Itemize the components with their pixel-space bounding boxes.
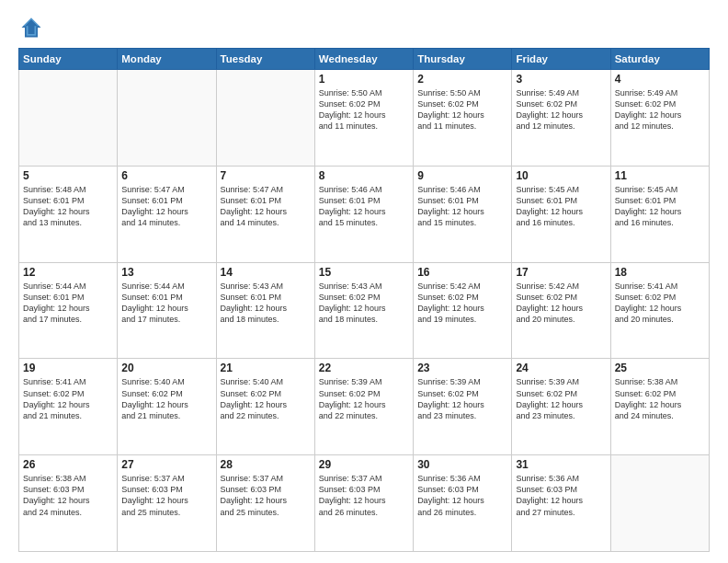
day-number: 12 bbox=[23, 266, 113, 279]
calendar-cell: 22Sunrise: 5:39 AM Sunset: 6:02 PM Dayli… bbox=[314, 359, 413, 455]
cell-sun-info: Sunrise: 5:49 AM Sunset: 6:02 PM Dayligh… bbox=[516, 87, 606, 132]
day-number: 1 bbox=[319, 73, 409, 86]
cell-sun-info: Sunrise: 5:36 AM Sunset: 6:03 PM Dayligh… bbox=[516, 473, 606, 518]
calendar-cell: 9Sunrise: 5:46 AM Sunset: 6:01 PM Daylig… bbox=[414, 166, 512, 262]
calendar-cell: 23Sunrise: 5:39 AM Sunset: 6:02 PM Dayli… bbox=[414, 359, 512, 455]
calendar-week-row: 26Sunrise: 5:38 AM Sunset: 6:03 PM Dayli… bbox=[19, 455, 710, 552]
day-number: 16 bbox=[417, 266, 507, 279]
calendar-cell: 16Sunrise: 5:42 AM Sunset: 6:02 PM Dayli… bbox=[414, 262, 512, 359]
day-number: 24 bbox=[516, 362, 606, 374]
calendar-cell: 7Sunrise: 5:47 AM Sunset: 6:01 PM Daylig… bbox=[216, 166, 314, 262]
day-number: 17 bbox=[516, 266, 606, 279]
weekday-header: Sunday bbox=[19, 49, 118, 70]
day-number: 27 bbox=[121, 458, 211, 471]
day-number: 13 bbox=[121, 266, 211, 279]
calendar-cell: 24Sunrise: 5:39 AM Sunset: 6:02 PM Dayli… bbox=[512, 359, 610, 455]
cell-sun-info: Sunrise: 5:47 AM Sunset: 6:01 PM Dayligh… bbox=[121, 184, 211, 229]
cell-sun-info: Sunrise: 5:44 AM Sunset: 6:01 PM Dayligh… bbox=[121, 281, 211, 326]
calendar-header-row: SundayMondayTuesdayWednesdayThursdayFrid… bbox=[19, 49, 710, 70]
cell-sun-info: Sunrise: 5:45 AM Sunset: 6:01 PM Dayligh… bbox=[516, 184, 606, 229]
day-number: 14 bbox=[221, 266, 311, 279]
cell-sun-info: Sunrise: 5:50 AM Sunset: 6:02 PM Dayligh… bbox=[319, 87, 409, 132]
cell-sun-info: Sunrise: 5:39 AM Sunset: 6:02 PM Dayligh… bbox=[417, 376, 507, 421]
day-number: 25 bbox=[615, 362, 705, 374]
calendar-cell: 21Sunrise: 5:40 AM Sunset: 6:02 PM Dayli… bbox=[216, 359, 314, 455]
calendar-cell: 3Sunrise: 5:49 AM Sunset: 6:02 PM Daylig… bbox=[512, 70, 610, 167]
weekday-header: Friday bbox=[512, 49, 610, 70]
day-number: 29 bbox=[319, 458, 409, 471]
calendar-cell: 6Sunrise: 5:47 AM Sunset: 6:01 PM Daylig… bbox=[118, 166, 216, 262]
calendar-cell bbox=[216, 70, 314, 167]
weekday-header: Wednesday bbox=[314, 49, 413, 70]
day-number: 18 bbox=[615, 266, 705, 279]
day-number: 5 bbox=[23, 169, 113, 182]
cell-sun-info: Sunrise: 5:39 AM Sunset: 6:02 PM Dayligh… bbox=[516, 376, 606, 421]
calendar-cell: 15Sunrise: 5:43 AM Sunset: 6:02 PM Dayli… bbox=[314, 262, 413, 359]
calendar-cell: 31Sunrise: 5:36 AM Sunset: 6:03 PM Dayli… bbox=[512, 455, 610, 552]
cell-sun-info: Sunrise: 5:48 AM Sunset: 6:01 PM Dayligh… bbox=[23, 184, 113, 229]
day-number: 19 bbox=[23, 362, 113, 374]
cell-sun-info: Sunrise: 5:37 AM Sunset: 6:03 PM Dayligh… bbox=[121, 473, 211, 518]
cell-sun-info: Sunrise: 5:47 AM Sunset: 6:01 PM Dayligh… bbox=[221, 184, 311, 229]
cell-sun-info: Sunrise: 5:41 AM Sunset: 6:02 PM Dayligh… bbox=[615, 281, 705, 326]
cell-sun-info: Sunrise: 5:43 AM Sunset: 6:01 PM Dayligh… bbox=[221, 281, 311, 326]
day-number: 26 bbox=[23, 458, 113, 471]
cell-sun-info: Sunrise: 5:40 AM Sunset: 6:02 PM Dayligh… bbox=[221, 376, 311, 421]
calendar-table: SundayMondayTuesdayWednesdayThursdayFrid… bbox=[18, 48, 710, 552]
calendar-cell: 19Sunrise: 5:41 AM Sunset: 6:02 PM Dayli… bbox=[19, 359, 118, 455]
page: SundayMondayTuesdayWednesdayThursdayFrid… bbox=[0, 0, 728, 563]
calendar-cell: 26Sunrise: 5:38 AM Sunset: 6:03 PM Dayli… bbox=[19, 455, 118, 552]
day-number: 23 bbox=[417, 362, 507, 374]
calendar-cell: 10Sunrise: 5:45 AM Sunset: 6:01 PM Dayli… bbox=[512, 166, 610, 262]
cell-sun-info: Sunrise: 5:46 AM Sunset: 6:01 PM Dayligh… bbox=[417, 184, 507, 229]
calendar-cell: 11Sunrise: 5:45 AM Sunset: 6:01 PM Dayli… bbox=[610, 166, 709, 262]
weekday-header: Thursday bbox=[414, 49, 512, 70]
calendar-cell: 27Sunrise: 5:37 AM Sunset: 6:03 PM Dayli… bbox=[118, 455, 216, 552]
weekday-header: Saturday bbox=[610, 49, 709, 70]
calendar-cell: 25Sunrise: 5:38 AM Sunset: 6:02 PM Dayli… bbox=[610, 359, 709, 455]
calendar-cell bbox=[610, 455, 709, 552]
day-number: 9 bbox=[417, 169, 507, 182]
day-number: 4 bbox=[615, 73, 705, 86]
day-number: 31 bbox=[516, 458, 606, 471]
cell-sun-info: Sunrise: 5:38 AM Sunset: 6:03 PM Dayligh… bbox=[23, 473, 113, 518]
calendar-cell: 4Sunrise: 5:49 AM Sunset: 6:02 PM Daylig… bbox=[610, 70, 709, 167]
calendar-cell: 29Sunrise: 5:37 AM Sunset: 6:03 PM Dayli… bbox=[314, 455, 413, 552]
day-number: 2 bbox=[417, 73, 507, 86]
day-number: 30 bbox=[417, 458, 507, 471]
calendar-cell bbox=[19, 70, 118, 167]
calendar-cell: 1Sunrise: 5:50 AM Sunset: 6:02 PM Daylig… bbox=[314, 70, 413, 167]
calendar-cell: 13Sunrise: 5:44 AM Sunset: 6:01 PM Dayli… bbox=[118, 262, 216, 359]
cell-sun-info: Sunrise: 5:50 AM Sunset: 6:02 PM Dayligh… bbox=[417, 87, 507, 132]
calendar-cell: 17Sunrise: 5:42 AM Sunset: 6:02 PM Dayli… bbox=[512, 262, 610, 359]
calendar-cell: 5Sunrise: 5:48 AM Sunset: 6:01 PM Daylig… bbox=[19, 166, 118, 262]
header bbox=[18, 15, 710, 40]
calendar-cell: 2Sunrise: 5:50 AM Sunset: 6:02 PM Daylig… bbox=[414, 70, 512, 167]
cell-sun-info: Sunrise: 5:44 AM Sunset: 6:01 PM Dayligh… bbox=[23, 281, 113, 326]
day-number: 8 bbox=[319, 169, 409, 182]
calendar-week-row: 12Sunrise: 5:44 AM Sunset: 6:01 PM Dayli… bbox=[19, 262, 710, 359]
weekday-header: Tuesday bbox=[216, 49, 314, 70]
cell-sun-info: Sunrise: 5:39 AM Sunset: 6:02 PM Dayligh… bbox=[319, 376, 409, 421]
calendar-cell: 14Sunrise: 5:43 AM Sunset: 6:01 PM Dayli… bbox=[216, 262, 314, 359]
cell-sun-info: Sunrise: 5:38 AM Sunset: 6:02 PM Dayligh… bbox=[615, 376, 705, 421]
logo bbox=[18, 15, 48, 40]
day-number: 28 bbox=[221, 458, 311, 471]
day-number: 20 bbox=[121, 362, 211, 374]
cell-sun-info: Sunrise: 5:37 AM Sunset: 6:03 PM Dayligh… bbox=[319, 473, 409, 518]
cell-sun-info: Sunrise: 5:37 AM Sunset: 6:03 PM Dayligh… bbox=[221, 473, 311, 518]
day-number: 6 bbox=[121, 169, 211, 182]
calendar-cell: 28Sunrise: 5:37 AM Sunset: 6:03 PM Dayli… bbox=[216, 455, 314, 552]
day-number: 15 bbox=[319, 266, 409, 279]
cell-sun-info: Sunrise: 5:40 AM Sunset: 6:02 PM Dayligh… bbox=[121, 376, 211, 421]
cell-sun-info: Sunrise: 5:49 AM Sunset: 6:02 PM Dayligh… bbox=[615, 87, 705, 132]
day-number: 11 bbox=[615, 169, 705, 182]
day-number: 22 bbox=[319, 362, 409, 374]
calendar-week-row: 5Sunrise: 5:48 AM Sunset: 6:01 PM Daylig… bbox=[19, 166, 710, 262]
day-number: 7 bbox=[221, 169, 311, 182]
day-number: 10 bbox=[516, 169, 606, 182]
cell-sun-info: Sunrise: 5:46 AM Sunset: 6:01 PM Dayligh… bbox=[319, 184, 409, 229]
calendar-cell: 18Sunrise: 5:41 AM Sunset: 6:02 PM Dayli… bbox=[610, 262, 709, 359]
weekday-header: Monday bbox=[118, 49, 216, 70]
calendar-week-row: 19Sunrise: 5:41 AM Sunset: 6:02 PM Dayli… bbox=[19, 359, 710, 455]
